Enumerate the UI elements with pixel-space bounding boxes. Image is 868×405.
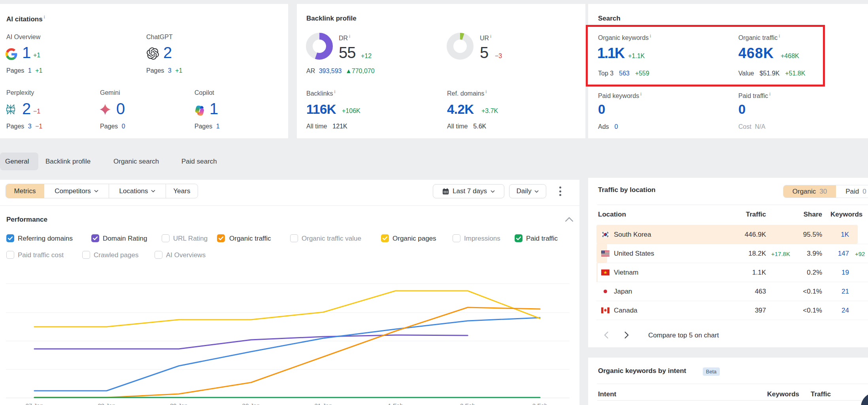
svg-text:2 Feb: 2 Feb bbox=[460, 402, 475, 405]
svg-text:31 Jan: 31 Jan bbox=[314, 402, 332, 405]
svg-text:29 Jan: 29 Jan bbox=[170, 402, 188, 405]
svg-text:28 Jan: 28 Jan bbox=[98, 402, 115, 405]
svg-text:27 Jan: 27 Jan bbox=[25, 402, 43, 405]
svg-text:30 Jan: 30 Jan bbox=[242, 402, 260, 405]
svg-text:3 Feb: 3 Feb bbox=[532, 402, 547, 405]
svg-text:1 Feb: 1 Feb bbox=[388, 402, 403, 405]
